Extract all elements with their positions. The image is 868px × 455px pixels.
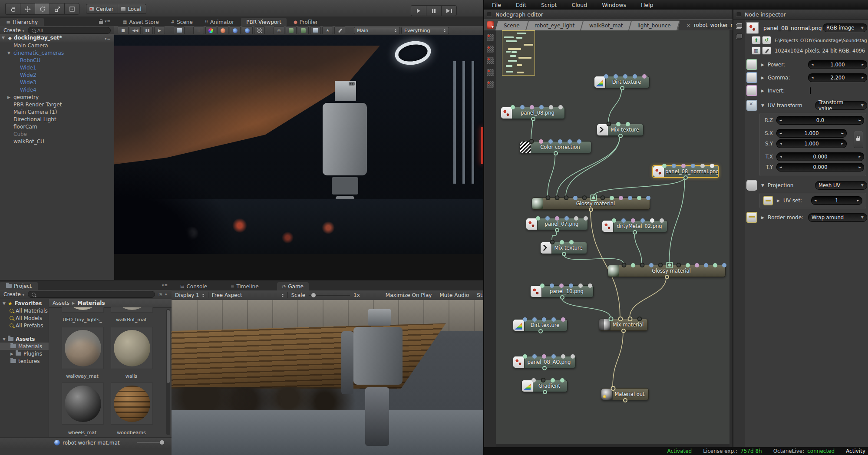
- node-connection[interactable]: [630, 277, 667, 318]
- distribute-vertical-icon[interactable]: [487, 57, 494, 64]
- graph-button[interactable]: ⠿: [193, 26, 204, 34]
- expander-icon[interactable]: ▶: [777, 198, 780, 203]
- panel-menu-icon[interactable]: ▾≡: [105, 19, 111, 23]
- material-thumbnail-walkbot-mat[interactable]: [111, 307, 153, 313]
- increment-icon[interactable]: ►: [859, 76, 867, 79]
- scene-header-row[interactable]: ▼ ◆ dockingBay_set* ▾≡: [0, 34, 114, 42]
- increment-icon[interactable]: ►: [839, 132, 846, 135]
- power-spinner[interactable]: ◄1.000►: [808, 60, 867, 69]
- maximize-on-play-button[interactable]: Maximize On Play: [386, 292, 432, 298]
- menu-help[interactable]: Help: [641, 2, 653, 8]
- display-dropdown[interactable]: Display 1: [175, 292, 199, 298]
- input-pin[interactable]: [622, 263, 627, 267]
- play-button[interactable]: ▶: [154, 26, 165, 34]
- output-pin[interactable]: [620, 86, 624, 90]
- hierarchy-search-input[interactable]: All: [28, 27, 111, 34]
- input-pin[interactable]: [569, 240, 574, 244]
- tab-pbr-viewport[interactable]: PBR Viewport: [241, 18, 287, 26]
- output-pin[interactable]: [555, 228, 559, 232]
- graph-tab-scene[interactable]: Scene: [495, 21, 529, 30]
- input-pin[interactable]: [532, 317, 537, 322]
- input-pin[interactable]: [601, 195, 605, 200]
- decrement-icon[interactable]: ◄: [812, 199, 819, 202]
- folder-item-materials[interactable]: Materials: [0, 343, 49, 350]
- input-pin[interactable]: [710, 164, 714, 168]
- value-spinner[interactable]: ◄0.0►: [776, 116, 864, 125]
- checker-button[interactable]: [254, 26, 265, 34]
- decrement-icon[interactable]: ◄: [777, 142, 784, 145]
- stop-button[interactable]: ■: [118, 26, 129, 34]
- reload-file-button[interactable]: ⬆: [752, 36, 761, 44]
- settings-wrench-button[interactable]: [762, 46, 771, 55]
- increment-icon[interactable]: ►: [855, 199, 862, 202]
- node-glossy-material[interactable]: Glossy material: [608, 265, 726, 277]
- node-panel-08-normal-png[interactable]: panel_08_normal.png: [652, 165, 719, 178]
- invert-checkbox[interactable]: [810, 87, 811, 94]
- thumbnail-size-slider[interactable]: [137, 442, 162, 443]
- expander-icon[interactable]: ▼: [3, 301, 6, 306]
- decrement-icon[interactable]: ◄: [777, 155, 784, 158]
- input-pin[interactable]: [642, 74, 647, 79]
- material-thumbnail-woodbeams[interactable]: [111, 382, 153, 425]
- hierarchy-item-wide4[interactable]: Wide4: [0, 86, 114, 93]
- input-pin[interactable]: [619, 196, 623, 200]
- input-pin[interactable]: [637, 317, 642, 321]
- hierarchy-item-main-camera-1[interactable]: Main Camera (1): [0, 108, 114, 115]
- folder-item-plugins[interactable]: ▶Plugins: [0, 350, 49, 357]
- input-pin[interactable]: [561, 354, 565, 359]
- hierarchy-item-main-camera[interactable]: Main Camera: [0, 42, 114, 49]
- terrain-button[interactable]: [298, 26, 309, 34]
- hierarchy-item-wide1[interactable]: Wide1: [0, 64, 114, 71]
- environment-button[interactable]: [242, 26, 253, 34]
- value-spinner[interactable]: ◄0.000►: [776, 163, 864, 171]
- assets-scrollbar[interactable]: [166, 309, 170, 435]
- input-pin[interactable]: [573, 196, 578, 200]
- panel-collapse-icon[interactable]: [736, 12, 741, 17]
- input-pin[interactable]: [541, 378, 546, 382]
- input-pin[interactable]: [550, 284, 554, 288]
- expander-icon[interactable]: ▶: [761, 89, 765, 93]
- node-material-out[interactable]: Material out: [601, 388, 649, 400]
- input-pin[interactable]: [564, 216, 569, 221]
- input-pin[interactable]: [658, 263, 663, 267]
- input-pin[interactable]: [558, 139, 562, 144]
- expander-icon[interactable]: ▼: [761, 103, 765, 108]
- graph-pick-icon[interactable]: [487, 34, 494, 41]
- output-pin[interactable]: [683, 175, 688, 180]
- input-pin[interactable]: [532, 354, 537, 359]
- expander-icon[interactable]: ▶: [761, 215, 765, 220]
- output-pin[interactable]: [623, 398, 627, 402]
- tab-profiler[interactable]: ●Profiler: [288, 18, 323, 26]
- input-pin[interactable]: [700, 164, 705, 168]
- tab-animator[interactable]: ⠿Animator: [200, 18, 240, 26]
- expander-icon[interactable]: ▶: [7, 95, 10, 99]
- input-pin[interactable]: [628, 317, 633, 321]
- histogram-button[interactable]: [230, 26, 241, 34]
- node-dirt-texture[interactable]: Dirt texture: [594, 76, 650, 88]
- increment-icon[interactable]: ►: [839, 142, 846, 145]
- output-pin[interactable]: [538, 329, 543, 333]
- input-pin[interactable]: [633, 74, 637, 79]
- input-pin[interactable]: [604, 74, 608, 79]
- input-pin[interactable]: [591, 195, 597, 201]
- input-pin[interactable]: [588, 284, 592, 288]
- folder-item-textures[interactable]: textures: [0, 357, 49, 365]
- color-wheel-button[interactable]: [205, 26, 216, 34]
- nodegraph-canvas[interactable]: Dirt texturepanel_08.pngMix textureColor…: [496, 30, 729, 444]
- panel-menu-icon[interactable]: ▾≡: [162, 283, 168, 287]
- tab-timeline[interactable]: ≡Timeline: [225, 282, 264, 290]
- node-connection[interactable]: [564, 254, 624, 264]
- input-pin[interactable]: [618, 317, 623, 321]
- pause-button[interactable]: ▮▮: [142, 26, 153, 34]
- node-connection[interactable]: [548, 153, 555, 197]
- material-ball-button[interactable]: [218, 26, 228, 34]
- filmstrip-button[interactable]: ▥: [752, 46, 761, 55]
- search-options-icon[interactable]: ◳ ✦: [158, 292, 168, 297]
- increment-icon[interactable]: ►: [856, 119, 864, 122]
- input-pin[interactable]: [560, 240, 564, 244]
- expander-icon[interactable]: ▶: [761, 76, 765, 80]
- graph-tab-walkbot-mat[interactable]: walkBot_mat: [581, 21, 632, 30]
- expander-icon[interactable]: ▼: [7, 51, 10, 55]
- aspect-dropdown[interactable]: Free Aspect: [212, 292, 242, 298]
- output-pin[interactable]: [554, 151, 558, 155]
